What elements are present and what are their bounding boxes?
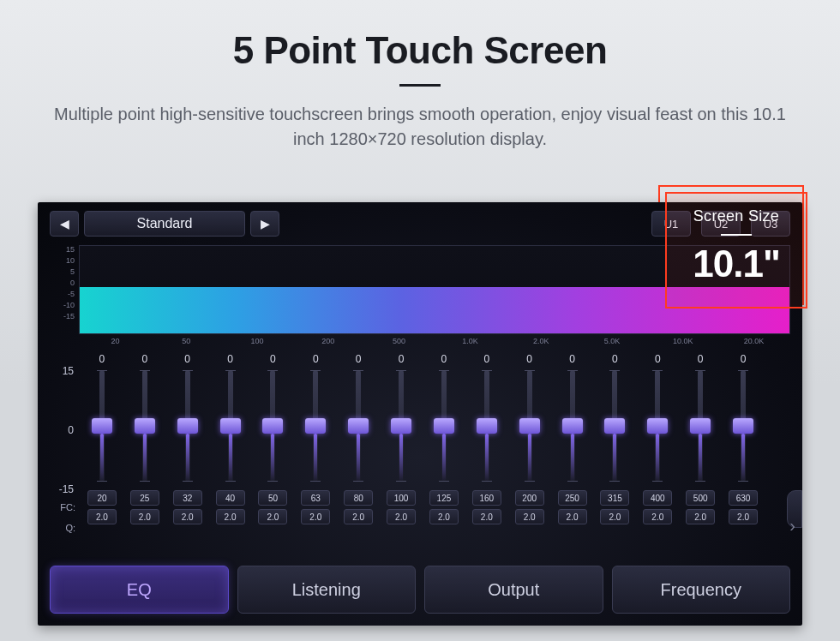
band-q-chip[interactable]: 2.0	[429, 509, 459, 524]
band-slider-handle[interactable]	[562, 418, 583, 434]
tab-eq[interactable]: EQ	[50, 566, 229, 614]
band-glow	[271, 434, 274, 482]
band-slider[interactable]	[484, 370, 489, 482]
eq-band: 0402.0	[209, 353, 252, 543]
tab-frequency[interactable]: Frequency	[612, 566, 791, 614]
triangle-right-icon: ▶	[261, 217, 270, 231]
band-slider[interactable]	[142, 370, 147, 482]
tab-listening[interactable]: Listening	[237, 566, 417, 614]
band-slider[interactable]	[185, 370, 190, 482]
band-slider[interactable]	[356, 370, 361, 482]
band-fc-chip[interactable]: 50	[258, 490, 287, 506]
band-gain-value: 0	[399, 353, 405, 367]
band-slider[interactable]	[270, 370, 275, 482]
band-fc-chip[interactable]: 32	[173, 490, 202, 506]
band-fc-chip[interactable]: 63	[301, 490, 330, 506]
eq-band: 0322.0	[166, 353, 209, 543]
band-q-chip[interactable]: 2.0	[87, 509, 117, 524]
band-q-chip[interactable]: 2.0	[558, 509, 587, 524]
preset-name[interactable]: Standard	[84, 211, 245, 237]
band-gain-value: 0	[227, 353, 233, 367]
eq-band: 0202.0	[81, 353, 123, 543]
band-slider[interactable]	[99, 370, 105, 482]
band-slider[interactable]	[741, 370, 746, 482]
band-slider-handle[interactable]	[733, 418, 753, 434]
band-slider[interactable]	[313, 370, 318, 482]
band-q-chip[interactable]: 2.0	[729, 509, 758, 524]
band-slider[interactable]	[612, 370, 617, 482]
band-fc-chip[interactable]: 80	[344, 490, 373, 506]
band-slider-handle[interactable]	[262, 418, 283, 434]
callout-label: Screen Size	[667, 207, 806, 225]
band-slider-handle[interactable]	[135, 418, 155, 434]
band-slider[interactable]	[527, 370, 532, 482]
band-slider-handle[interactable]	[177, 418, 198, 434]
band-slider[interactable]	[441, 370, 447, 482]
band-slider-handle[interactable]	[690, 418, 711, 434]
band-glow	[699, 434, 702, 482]
band-slider-handle[interactable]	[647, 418, 668, 434]
band-slider-handle[interactable]	[391, 418, 411, 434]
band-q-chip[interactable]: 2.0	[301, 509, 330, 524]
band-fc-chip[interactable]: 500	[686, 490, 715, 506]
band-slider-handle[interactable]	[434, 418, 454, 434]
eq-band: 02002.0	[508, 353, 551, 543]
band-gain-value: 0	[99, 353, 105, 367]
band-glow	[485, 434, 489, 482]
band-q-chip[interactable]: 2.0	[258, 509, 287, 524]
band-slider[interactable]	[570, 370, 575, 482]
band-gain-value: 0	[141, 353, 147, 367]
band-fc-chip[interactable]: 40	[216, 490, 245, 506]
eq-band: 0252.0	[123, 353, 166, 543]
band-fc-chip[interactable]: 160	[472, 490, 501, 506]
band-q-chip[interactable]: 2.0	[600, 509, 629, 524]
preset-next-button[interactable]: ▶	[250, 211, 279, 237]
band-glow	[528, 434, 531, 482]
band-slider-handle[interactable]	[477, 418, 497, 434]
band-q-chip[interactable]: 2.0	[643, 509, 672, 524]
band-slider-handle[interactable]	[305, 418, 326, 434]
band-q-chip[interactable]: 2.0	[130, 509, 159, 524]
hero-subtitle: Multiple point high-sensitive touchscree…	[47, 102, 793, 152]
band-fc-chip[interactable]: 630	[729, 490, 758, 506]
tab-output[interactable]: Output	[424, 566, 603, 614]
band-fc-chip[interactable]: 125	[429, 490, 459, 506]
eq-band: 02502.0	[551, 353, 594, 543]
band-q-chip[interactable]: 2.0	[515, 509, 544, 524]
band-slider[interactable]	[228, 370, 233, 482]
band-glow	[100, 434, 104, 482]
band-q-chip[interactable]: 2.0	[472, 509, 501, 524]
band-fc-chip[interactable]: 25	[130, 490, 159, 506]
band-glow	[656, 434, 659, 482]
band-glow	[229, 434, 232, 482]
band-q-chip[interactable]: 2.0	[344, 509, 373, 524]
band-fc-chip[interactable]: 315	[600, 490, 629, 506]
triangle-left-icon: ◀	[60, 217, 69, 231]
band-fc-chip[interactable]: 100	[387, 490, 416, 506]
eq-band: 01602.0	[465, 353, 508, 543]
band-fc-chip[interactable]: 20	[87, 490, 117, 506]
band-fc-chip[interactable]: 250	[558, 490, 587, 506]
band-q-chip[interactable]: 2.0	[686, 509, 715, 524]
band-q-chip[interactable]: 2.0	[387, 509, 416, 524]
band-slider-handle[interactable]	[92, 418, 112, 434]
preset-prev-button[interactable]: ◀	[50, 211, 79, 237]
slider-y-ticks: 15 0 -15	[48, 365, 74, 495]
band-slider-handle[interactable]	[348, 418, 369, 434]
band-gain-value: 0	[698, 353, 704, 367]
band-slider-handle[interactable]	[604, 418, 625, 434]
band-slider-handle[interactable]	[519, 418, 540, 434]
band-fc-chip[interactable]: 400	[643, 490, 672, 506]
band-gain-value: 0	[569, 353, 575, 367]
band-glow	[186, 434, 189, 482]
band-q-chip[interactable]: 2.0	[216, 509, 245, 524]
hero-divider	[399, 84, 441, 87]
band-slider[interactable]	[655, 370, 660, 482]
band-slider[interactable]	[399, 370, 404, 482]
band-q-chip[interactable]: 2.0	[173, 509, 202, 524]
band-slider[interactable]	[698, 370, 703, 482]
band-slider-handle[interactable]	[220, 418, 241, 434]
eq-sliders: 15 0 -15 FC: Q: 0202.00252.00322.00402.0…	[81, 353, 765, 543]
band-gain-value: 0	[184, 353, 190, 367]
band-fc-chip[interactable]: 200	[515, 490, 544, 506]
